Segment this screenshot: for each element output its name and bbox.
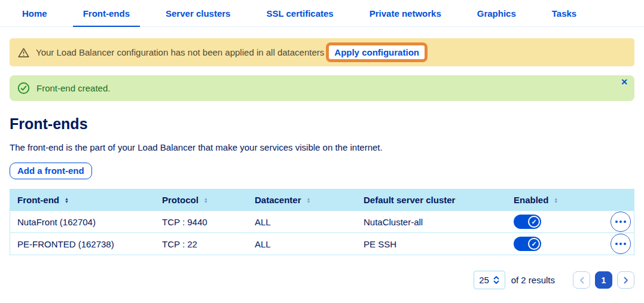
enabled-toggle[interactable]: ✓ xyxy=(514,237,541,251)
column-header-datacenter[interactable]: Datacenter ▲▼ xyxy=(248,195,356,205)
apply-configuration-link[interactable]: Apply configuration xyxy=(334,47,419,57)
tab-tasks[interactable]: Tasks xyxy=(542,0,587,26)
results-count-label: of 2 results xyxy=(511,275,555,285)
page-description: The front-end is the part of your Load B… xyxy=(10,142,634,152)
check-circle-icon xyxy=(17,82,30,94)
column-header-enabled[interactable]: Enabled ▲▼ xyxy=(506,195,603,205)
sort-icon[interactable]: ▲▼ xyxy=(307,197,311,203)
datacenter-value: ALL xyxy=(248,239,356,249)
enabled-toggle[interactable]: ✓ xyxy=(514,215,541,229)
warning-banner: Your Load Balancer configuration has not… xyxy=(10,38,634,66)
default-server-cluster-value: PE SSH xyxy=(356,239,506,249)
column-header-front-end[interactable]: Front-end ▲▼ xyxy=(10,195,155,205)
front-end-name: PE-FRONTED (162738) xyxy=(10,239,155,249)
sort-icon[interactable]: ▲▼ xyxy=(554,197,558,203)
tab-private-networks[interactable]: Private networks xyxy=(359,0,451,26)
tab-bar: Home Front-ends Server clusters SSL cert… xyxy=(0,0,644,27)
previous-page-button[interactable] xyxy=(573,271,590,289)
enabled-cell: ✓ xyxy=(506,215,603,229)
success-banner: Front-end created. ✕ xyxy=(10,75,634,101)
chevron-right-icon xyxy=(624,277,628,284)
page-title: Front-ends xyxy=(10,115,634,133)
table-header-row: Front-end ▲▼ Protocol ▲▼ Datacenter ▲▼ D… xyxy=(10,189,634,210)
default-server-cluster-value: NutaCluster-all xyxy=(356,217,506,227)
toggle-check-icon: ✓ xyxy=(528,238,540,250)
apply-configuration-highlight-box: Apply configuration xyxy=(326,42,428,62)
page-number-button[interactable]: 1 xyxy=(595,271,612,289)
protocol-value: TCP : 9440 xyxy=(155,217,248,227)
table-row: NutaFront (162704) TCP : 9440 ALL NutaCl… xyxy=(10,210,634,232)
ellipsis-menu-button[interactable] xyxy=(611,234,631,254)
warning-triangle-icon xyxy=(18,47,29,58)
enabled-cell: ✓ xyxy=(506,237,603,251)
tab-server-clusters[interactable]: Server clusters xyxy=(155,0,240,26)
pagination: 25 of 2 results 1 xyxy=(10,271,634,289)
select-chevrons-icon xyxy=(493,276,499,284)
column-header-default-server-cluster: Default server cluster xyxy=(356,195,506,205)
sort-icon[interactable]: ▲▼ xyxy=(204,197,208,203)
success-banner-text: Front-end created. xyxy=(36,83,110,93)
actions-cell xyxy=(603,212,634,232)
next-page-button[interactable] xyxy=(617,271,634,289)
chevron-left-icon xyxy=(579,277,584,284)
column-header-protocol[interactable]: Protocol ▲▼ xyxy=(155,195,248,205)
front-ends-table: Front-end ▲▼ Protocol ▲▼ Datacenter ▲▼ D… xyxy=(10,189,634,255)
sort-icon[interactable]: ▲▼ xyxy=(65,197,69,203)
datacenter-value: ALL xyxy=(248,217,356,227)
close-icon[interactable]: ✕ xyxy=(621,78,628,86)
toggle-check-icon: ✓ xyxy=(528,216,540,228)
page-size-value: 25 xyxy=(479,275,489,285)
tab-graphics[interactable]: Graphics xyxy=(467,0,526,26)
ellipsis-menu-button[interactable] xyxy=(611,212,631,232)
actions-cell xyxy=(603,234,634,254)
protocol-value: TCP : 22 xyxy=(155,239,248,249)
tab-home[interactable]: Home xyxy=(12,0,57,26)
front-end-name: NutaFront (162704) xyxy=(10,217,155,227)
page-size-select[interactable]: 25 xyxy=(474,271,505,289)
table-row: PE-FRONTED (162738) TCP : 22 ALL PE SSH … xyxy=(10,232,634,255)
warning-banner-text: Your Load Balancer configuration has not… xyxy=(36,47,324,57)
tab-front-ends[interactable]: Front-ends xyxy=(73,0,140,26)
tab-ssl-certificates[interactable]: SSL certificates xyxy=(256,0,343,26)
add-front-end-button[interactable]: Add a front-end xyxy=(10,163,92,179)
